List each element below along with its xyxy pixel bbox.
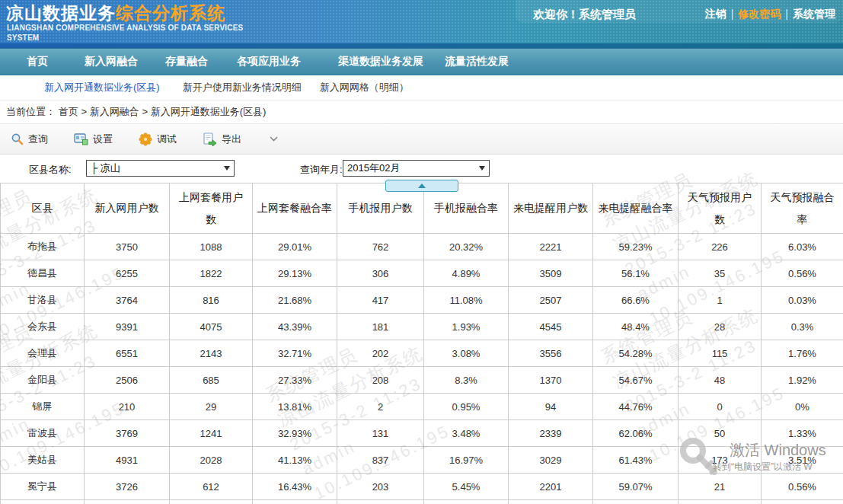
nav-item-stock-fusion[interactable]: 存量融合: [165, 55, 208, 69]
value-cell: 131: [337, 420, 424, 447]
column-header: 新入网用户数: [85, 183, 170, 234]
column-header: 上网套餐融合率: [253, 183, 337, 234]
value-cell: 62.06%: [593, 420, 679, 447]
value-cell: 59.07%: [593, 474, 679, 500]
county-cell: 美姑县: [1, 447, 85, 474]
breadcrumb-path: 首页 > 新入网融合 > 新入网开通数据业务(区县): [59, 105, 266, 119]
value-cell: 28: [679, 314, 762, 340]
value-cell: 94: [509, 394, 593, 420]
county-cell: 会理县: [1, 340, 85, 367]
nav-item-home[interactable]: 首页: [27, 55, 48, 69]
column-header: 天气预报融合率: [762, 183, 843, 234]
table-row: 布拖县3750108829.01%76220.32%222159.23%2266…: [1, 234, 843, 260]
subnav-item-new-network-data-business-county[interactable]: 新入网开通数据业务(区县): [44, 81, 160, 94]
column-header: 来电提醒融合率: [593, 183, 679, 234]
value-cell: 43.39%: [253, 314, 337, 340]
table-row: 锦屏2102913.81%20.95%9444.76%00%: [1, 394, 843, 420]
table-row: 木里县155338724.92%694.44%68744.24%70.45%: [1, 500, 843, 504]
table-row: 冕宁县372661216.43%2035.45%220159.07%210.56…: [1, 474, 843, 500]
data-table: 区县新入网用户数上网套餐用户数上网套餐融合率手机报用户数手机报融合率来电提醒用户…: [0, 183, 843, 504]
settings-icon: [74, 132, 88, 145]
district-select-value: ├ 凉山: [91, 162, 120, 174]
value-cell: 3509: [509, 260, 593, 287]
change-password-link[interactable]: 修改密码: [738, 8, 781, 20]
query-button-label: 查询: [28, 132, 48, 146]
month-select[interactable]: 2015年02月: [343, 160, 490, 177]
value-cell: 1.93%: [424, 314, 509, 340]
settings-button[interactable]: 设置: [74, 132, 113, 146]
value-cell: 44.24%: [593, 500, 679, 504]
nav-item-new-network-fusion[interactable]: 新入网融合: [85, 55, 138, 69]
value-cell: 2339: [509, 420, 593, 447]
value-cell: 24.92%: [253, 500, 337, 504]
welcome-text: 欢迎你！系统管理员: [533, 8, 636, 22]
county-cell: 甘洛县: [1, 287, 85, 314]
table-body: 布拖县3750108829.01%76220.32%222159.23%2266…: [1, 234, 843, 504]
filter-bar: 区县名称: ├ 凉山 查询年月: 2015年02月: [0, 155, 843, 183]
value-cell: 56.1%: [593, 260, 679, 287]
value-cell: 210: [85, 394, 170, 420]
value-cell: 762: [337, 234, 424, 260]
value-cell: 2507: [509, 287, 593, 314]
value-cell: 612: [170, 474, 253, 500]
subnav-item-new-network-grid-detail[interactable]: 新入网网格（明细）: [320, 81, 409, 94]
debug-button-label: 调试: [157, 132, 177, 146]
value-cell: 3764: [85, 287, 170, 314]
value-cell: 3.51%: [762, 447, 843, 474]
value-cell: 21: [679, 474, 762, 500]
county-cell: 雷波县: [1, 420, 85, 447]
collapse-filter-button[interactable]: [385, 180, 458, 192]
value-cell: 0%: [762, 394, 843, 420]
value-cell: 2028: [170, 447, 253, 474]
system-admin-link[interactable]: 系统管理: [793, 8, 835, 20]
export-button[interactable]: 导出: [203, 132, 241, 146]
value-cell: 816: [170, 287, 253, 314]
value-cell: 44.76%: [593, 394, 679, 420]
sub-nav: 新入网开通数据业务(区县)新开户使用新业务情况明细新入网网格（明细）: [0, 75, 843, 100]
value-cell: 54.28%: [593, 340, 679, 367]
county-cell: 德昌县: [1, 260, 85, 287]
county-cell: 锦屏: [1, 394, 85, 420]
value-cell: 3769: [85, 420, 170, 447]
logout-link[interactable]: 注销: [705, 8, 726, 20]
value-cell: 11.08%: [424, 287, 509, 314]
app-subtitle: LIANGSHAN COMPREHENSIVE ANALYSIS OF DATA…: [7, 24, 258, 43]
value-cell: 6551: [85, 340, 170, 367]
value-cell: 226: [679, 234, 762, 260]
value-cell: 1553: [85, 500, 170, 504]
value-cell: 181: [337, 314, 424, 340]
value-cell: 0: [679, 394, 762, 420]
value-cell: 0.3%: [762, 314, 843, 340]
table-row: 美姑县4931202841.13%83716.97%302961.43%1733…: [1, 447, 843, 474]
value-cell: 1822: [170, 260, 253, 287]
district-select[interactable]: ├ 凉山: [86, 160, 235, 177]
main-nav: 首页新入网融合存量融合各项应用业务渠道数据业务发展流量活性发展: [0, 48, 843, 75]
county-cell: 会东县: [1, 314, 85, 340]
value-cell: 29.01%: [253, 234, 337, 260]
chevron-down-icon[interactable]: [269, 136, 279, 142]
table-row: 甘洛县376481621.68%41711.08%250766.6%10.03%: [1, 287, 843, 314]
value-cell: 0.45%: [762, 500, 843, 504]
value-cell: 4.89%: [424, 260, 509, 287]
value-cell: 6.03%: [762, 234, 843, 260]
nav-item-traffic-activity-development[interactable]: 流量活性发展: [445, 55, 509, 69]
app-header: 凉山数据业务综合分析系统 LIANGSHAN COMPREHENSIVE ANA…: [0, 0, 843, 48]
value-cell: 2506: [85, 367, 170, 394]
debug-button[interactable]: 调试: [139, 132, 177, 146]
breadcrumb-prefix: 当前位置：: [6, 105, 56, 119]
county-cell: 金阳县: [1, 367, 85, 394]
query-button[interactable]: 查询: [11, 132, 48, 146]
value-cell: 50: [679, 420, 762, 447]
subnav-item-new-account-new-business-detail[interactable]: 新开户使用新业务情况明细: [183, 81, 302, 94]
value-cell: 54.67%: [593, 367, 679, 394]
nav-item-channel-data-development[interactable]: 渠道数据业务发展: [338, 55, 423, 69]
value-cell: 685: [170, 367, 253, 394]
value-cell: 16.43%: [253, 474, 337, 500]
table-row: 德昌县6255182229.13%3064.89%350956.1%350.56…: [1, 260, 843, 287]
value-cell: 4931: [85, 447, 170, 474]
value-cell: 35: [679, 260, 762, 287]
value-cell: 48: [679, 367, 762, 394]
export-button-label: 导出: [222, 132, 241, 146]
nav-item-application-business[interactable]: 各项应用业务: [237, 55, 301, 69]
table-row: 金阳县250668527.33%2088.3%137054.67%481.92%: [1, 367, 843, 394]
